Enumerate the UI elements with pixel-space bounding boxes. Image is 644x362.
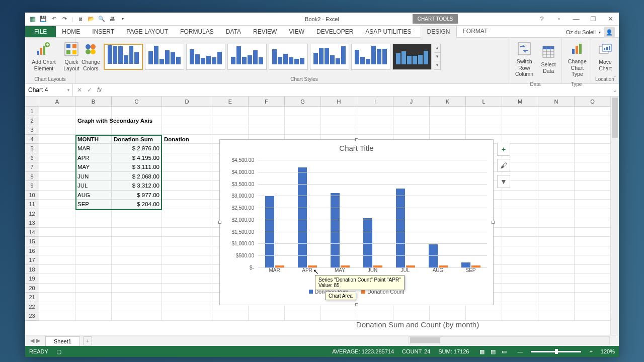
tab-developer[interactable]: DEVELOPER	[310, 26, 359, 37]
cell[interactable]	[112, 125, 162, 135]
row-header[interactable]: 15	[25, 237, 39, 246]
bar-group[interactable]	[422, 160, 454, 267]
cell[interactable]	[466, 311, 502, 321]
cell[interactable]	[575, 228, 611, 237]
row-header[interactable]: 18	[25, 265, 39, 275]
cell[interactable]	[575, 311, 611, 321]
cell[interactable]	[112, 311, 162, 321]
cell[interactable]	[112, 209, 162, 219]
cell[interactable]	[538, 246, 575, 256]
macro-record-icon[interactable]: ▢	[56, 348, 61, 355]
name-box[interactable]: ▼	[25, 84, 73, 96]
print-icon[interactable]: 🖶	[108, 15, 117, 24]
cell[interactable]: $ 4,195.00	[112, 153, 162, 163]
cell[interactable]	[357, 125, 393, 135]
cell[interactable]	[502, 255, 538, 265]
cell[interactable]	[575, 191, 611, 200]
row-header[interactable]: 3	[25, 125, 39, 135]
cell[interactable]	[75, 274, 112, 284]
qat-more-icon[interactable]: ▾	[118, 15, 127, 24]
horizontal-scrollbar[interactable]	[409, 336, 610, 344]
cell[interactable]	[575, 200, 611, 209]
cell[interactable]	[502, 116, 538, 126]
cell[interactable]	[466, 125, 502, 135]
cell[interactable]	[75, 218, 112, 228]
cell[interactable]	[162, 125, 212, 135]
zoom-slider[interactable]	[531, 351, 581, 352]
cell[interactable]	[39, 274, 75, 284]
cell[interactable]	[575, 274, 611, 284]
cell[interactable]	[162, 228, 212, 237]
cell[interactable]	[39, 293, 75, 302]
tab-data[interactable]: DATA	[220, 26, 247, 37]
cell[interactable]	[112, 246, 162, 256]
cell[interactable]	[502, 107, 538, 116]
row-header[interactable]: 4	[25, 135, 39, 144]
chart-handle[interactable]	[218, 221, 221, 224]
cell[interactable]	[285, 107, 321, 116]
style-gallery-scroller[interactable]: ▲▼▾	[434, 44, 441, 70]
chart-style-tile[interactable]	[310, 44, 349, 70]
cell[interactable]	[162, 293, 212, 302]
cell[interactable]	[538, 255, 575, 265]
cell[interactable]	[39, 116, 75, 126]
zoom-level[interactable]: 120%	[601, 348, 615, 354]
cell[interactable]	[538, 107, 575, 116]
cell[interactable]	[575, 246, 611, 256]
collapse-ribbon-icon[interactable]: ˇ	[614, 76, 616, 81]
cell[interactable]	[162, 311, 212, 321]
cell[interactable]	[321, 107, 357, 116]
chart-handle[interactable]	[355, 303, 358, 306]
cell[interactable]	[575, 181, 611, 191]
cell[interactable]	[162, 116, 212, 126]
name-box-dropdown-icon[interactable]: ▼	[66, 88, 70, 93]
cell[interactable]: Donation Sum	[112, 135, 162, 144]
cell[interactable]	[502, 293, 538, 302]
cell[interactable]	[212, 116, 249, 126]
cell[interactable]	[321, 125, 357, 135]
new-icon[interactable]: 🗎	[76, 15, 85, 24]
cell[interactable]	[538, 153, 575, 163]
cell[interactable]	[575, 209, 611, 219]
cell[interactable]	[575, 218, 611, 228]
cell[interactable]	[39, 311, 75, 321]
cell[interactable]	[249, 116, 285, 126]
chart-style-tile[interactable]	[227, 44, 267, 70]
vertical-scrollbar[interactable]	[610, 97, 619, 335]
cell[interactable]	[502, 228, 538, 237]
cell[interactable]	[112, 265, 162, 275]
cell[interactable]	[502, 209, 538, 219]
cell[interactable]	[321, 116, 357, 126]
row-header[interactable]: 12	[25, 209, 39, 219]
chart-style-tile[interactable]	[392, 44, 432, 70]
cell[interactable]	[249, 107, 285, 116]
cell[interactable]	[502, 191, 538, 200]
column-header[interactable]: K	[430, 97, 466, 107]
minimize-icon[interactable]: —	[568, 13, 585, 26]
cell[interactable]	[39, 246, 75, 256]
cell[interactable]	[39, 200, 75, 209]
cell[interactable]	[162, 237, 212, 246]
cell[interactable]	[538, 209, 575, 219]
row-header[interactable]: 6	[25, 153, 39, 163]
chart-style-tile[interactable]	[145, 44, 184, 70]
cell[interactable]	[39, 107, 75, 116]
cell[interactable]: MAR	[75, 144, 112, 153]
move-chart-button[interactable]: Move Chart	[595, 40, 615, 72]
cell[interactable]	[39, 162, 75, 172]
select-data-button[interactable]: Select Data	[538, 43, 558, 75]
cell[interactable]	[502, 302, 538, 312]
cell[interactable]: AUG	[75, 191, 112, 200]
tab-formulas[interactable]: FORMULAS	[174, 26, 220, 37]
bar-group[interactable]	[291, 160, 324, 267]
tab-home[interactable]: HOME	[56, 26, 86, 37]
switch-row-column-button[interactable]: Switch Row/ Column	[513, 40, 535, 78]
cell[interactable]	[466, 107, 502, 116]
cell[interactable]	[162, 181, 212, 191]
cell[interactable]	[393, 116, 430, 126]
cell[interactable]	[249, 311, 285, 321]
open-icon[interactable]: 📂	[87, 15, 96, 24]
cell[interactable]	[112, 228, 162, 237]
cell[interactable]	[575, 255, 611, 265]
cell[interactable]	[538, 302, 575, 312]
